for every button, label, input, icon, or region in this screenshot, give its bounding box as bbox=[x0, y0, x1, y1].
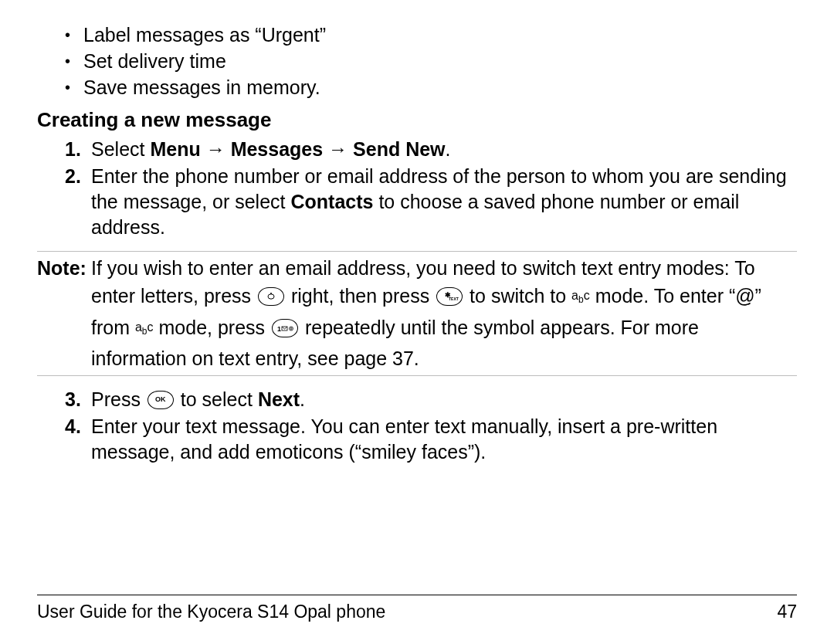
svg-text:TEXT: TEXT bbox=[449, 297, 459, 301]
menu-path-messages: Messages bbox=[231, 138, 324, 160]
text: to switch to bbox=[470, 285, 571, 307]
step-body: Press OK to select Next. bbox=[91, 387, 797, 412]
text: right, then press bbox=[291, 285, 435, 307]
step-body: Enter the phone number or email address … bbox=[91, 164, 797, 240]
bullet-text: Label messages as “Urgent” bbox=[83, 22, 326, 48]
text: to select bbox=[181, 388, 258, 410]
section-heading: Creating a new message bbox=[37, 108, 797, 132]
svg-point-7 bbox=[290, 327, 292, 329]
arrow-icon: → bbox=[201, 138, 231, 160]
next-label: Next bbox=[258, 388, 300, 410]
ok-key-icon: OK bbox=[147, 391, 174, 409]
step-body: Enter your text message. You can enter t… bbox=[91, 414, 797, 465]
step-body: Select Menu → Messages → Send New. bbox=[91, 137, 797, 162]
ok-key-label: OK bbox=[155, 396, 166, 403]
contacts-label: Contacts bbox=[290, 191, 373, 212]
abc-mode-icon: abc bbox=[135, 320, 154, 334]
abc-mode-icon: abc bbox=[571, 289, 590, 302]
menu-path-send-new: Send New bbox=[353, 138, 445, 160]
ordered-list: 1. Select Menu → Messages → Send New. 2.… bbox=[65, 137, 797, 240]
menu-path-menu: Menu bbox=[150, 138, 200, 160]
page-number: 47 bbox=[777, 602, 797, 622]
ordered-list-continued: 3. Press OK to select Next. 4. Enter you… bbox=[65, 387, 797, 465]
step-number: 4. bbox=[65, 414, 91, 439]
step-4: 4. Enter your text message. You can ente… bbox=[65, 414, 797, 465]
bullet-text: Set delivery time bbox=[83, 48, 226, 74]
bullet-item: • Save messages in memory. bbox=[65, 74, 797, 100]
document-page: • Label messages as “Urgent” • Set deliv… bbox=[0, 0, 834, 644]
text: . bbox=[300, 388, 305, 410]
bullet-list: • Label messages as “Urgent” • Set deliv… bbox=[65, 22, 797, 100]
text: Select bbox=[91, 138, 150, 160]
note-label: Note: bbox=[37, 255, 91, 282]
step-number: 3. bbox=[65, 387, 91, 412]
step-2: 2. Enter the phone number or email addre… bbox=[65, 164, 797, 240]
bullet-item: • Set delivery time bbox=[65, 48, 797, 74]
step-1: 1. Select Menu → Messages → Send New. bbox=[65, 137, 797, 162]
arrow-icon: → bbox=[323, 138, 353, 160]
nav-key-icon bbox=[258, 287, 284, 306]
divider bbox=[37, 375, 797, 376]
footer-title: User Guide for the Kyocera S14 Opal phon… bbox=[37, 602, 385, 622]
bullet-dot-icon: • bbox=[65, 48, 83, 74]
one-key-icon: 1 bbox=[272, 319, 298, 337]
svg-point-1 bbox=[270, 293, 272, 294]
text: mode, press bbox=[159, 317, 271, 338]
bullet-item: • Label messages as “Urgent” bbox=[65, 22, 797, 48]
text: . bbox=[446, 138, 451, 160]
star-text-key-icon: ✱ TEXT bbox=[436, 287, 463, 306]
bullet-text: Save messages in memory. bbox=[83, 74, 320, 100]
note-box: Note: If you wish to enter an email addr… bbox=[37, 251, 797, 376]
step-number: 2. bbox=[65, 164, 91, 189]
bullet-dot-icon: • bbox=[65, 22, 83, 48]
bullet-dot-icon: • bbox=[65, 74, 83, 100]
svg-text:1: 1 bbox=[277, 325, 281, 333]
text: Press bbox=[91, 388, 146, 410]
page-footer: User Guide for the Kyocera S14 Opal phon… bbox=[37, 595, 797, 622]
step-3: 3. Press OK to select Next. bbox=[65, 387, 797, 412]
svg-point-0 bbox=[268, 293, 274, 298]
note-row: Note: If you wish to enter an email addr… bbox=[37, 252, 797, 375]
step-number: 1. bbox=[65, 137, 91, 162]
svg-point-6 bbox=[290, 327, 293, 330]
note-text: If you wish to enter an email address, y… bbox=[91, 255, 797, 372]
